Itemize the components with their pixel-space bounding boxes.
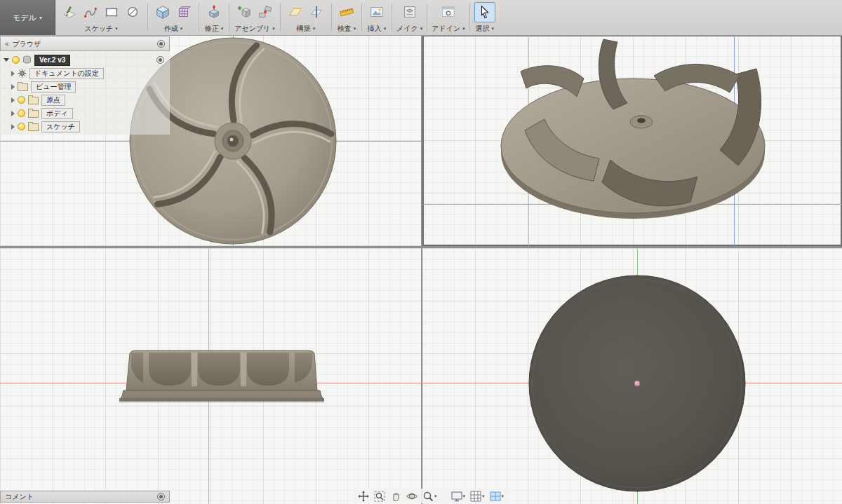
addins-tools xyxy=(438,1,459,22)
pattern-button[interactable] xyxy=(173,2,194,22)
expand-arrow-icon[interactable] xyxy=(11,71,15,76)
expand-comments-icon[interactable] xyxy=(157,493,165,500)
addin-window-icon xyxy=(441,4,456,20)
inspect-menu-button[interactable]: 検査 xyxy=(338,24,356,34)
circle-icon xyxy=(125,4,140,20)
axis-icon xyxy=(309,4,324,20)
visibility-bulb-icon[interactable] xyxy=(18,123,25,130)
viewport-top-right-active[interactable] xyxy=(422,35,842,246)
construction-axis-button[interactable] xyxy=(306,2,327,22)
visibility-bulb-icon[interactable] xyxy=(18,109,25,117)
select-tools xyxy=(474,1,495,22)
make-menu-button[interactable]: メイク xyxy=(396,24,422,34)
create-tools xyxy=(152,1,194,22)
impeller-bottom-view xyxy=(422,248,842,504)
monitor-icon xyxy=(451,491,462,502)
workspace-menu-label: モデル xyxy=(13,13,36,23)
zoom-window-button[interactable] xyxy=(373,490,387,503)
addins-menu-button[interactable]: アドイン xyxy=(432,24,465,34)
visibility-bulb-icon[interactable] xyxy=(12,56,20,64)
printer-box-icon xyxy=(402,4,417,20)
tree-item-view-management[interactable]: ビュー管理 xyxy=(0,80,170,93)
visibility-bulb-icon[interactable] xyxy=(18,96,25,104)
tree-item-label: ドキュメントの設定 xyxy=(29,68,104,79)
select-tool-button[interactable] xyxy=(474,2,495,22)
expand-arrow-icon[interactable] xyxy=(11,84,15,90)
expand-arrow-icon[interactable] xyxy=(11,124,15,130)
zoom-button[interactable]: ▾ xyxy=(421,490,439,503)
create-sketch-button[interactable] xyxy=(59,2,80,22)
tree-item-sketches[interactable]: スケッチ xyxy=(0,120,170,133)
image-icon xyxy=(369,4,385,20)
addins-button[interactable] xyxy=(438,2,459,22)
workspace-menu-button[interactable]: モデル ▾ xyxy=(0,0,55,35)
insert-canvas-button[interactable] xyxy=(366,2,387,22)
expand-arrow-icon[interactable] xyxy=(11,97,15,103)
toolbar-group-modify: 修正 xyxy=(200,0,228,35)
toolbar-group-construct: 構築 xyxy=(281,0,330,35)
impeller-hub xyxy=(215,123,251,159)
construction-plane-button[interactable] xyxy=(285,2,306,22)
toolbar-divider xyxy=(199,4,199,32)
toolbar-group-inspect: 検査 xyxy=(333,0,361,35)
press-pull-button[interactable] xyxy=(203,2,225,22)
viewport-bottom-right[interactable] xyxy=(422,248,842,504)
sketch-menu-button[interactable]: スケッチ xyxy=(84,24,117,34)
measure-button[interactable] xyxy=(336,2,357,22)
browser-panel: « ブラウザ Ver.2 v3 ドキュメントの設定 ビュー管理 原点 xyxy=(0,36,170,135)
comment-panel-label: コメント xyxy=(5,492,154,502)
make-tools xyxy=(399,1,420,22)
tree-item-label: 原点 xyxy=(41,95,65,106)
multi-viewport-icon xyxy=(490,491,501,502)
collapse-panel-icon[interactable]: « xyxy=(5,41,9,48)
toolbar-divider xyxy=(427,4,427,32)
cursor-icon xyxy=(477,4,493,20)
panel-options-icon[interactable] xyxy=(157,40,165,48)
spline-tool-button[interactable] xyxy=(80,2,101,22)
make-button[interactable] xyxy=(399,2,420,22)
pan-hand-button[interactable] xyxy=(389,490,403,503)
viewport-layout-button[interactable]: ▾ xyxy=(488,490,506,503)
comment-panel[interactable]: コメント xyxy=(0,491,170,503)
hand-icon xyxy=(390,491,401,502)
joint-button[interactable] xyxy=(255,2,276,22)
toolbar-group-insert: 挿入 xyxy=(363,0,391,35)
toolbar-group-select: 選択 xyxy=(471,0,499,35)
expand-arrow-icon[interactable] xyxy=(4,58,9,62)
tree-item-root[interactable]: Ver.2 v3 xyxy=(0,53,170,67)
primitive-box-button[interactable] xyxy=(152,2,173,22)
insert-menu-button[interactable]: 挿入 xyxy=(368,24,387,34)
box-icon xyxy=(155,4,171,20)
browser-tree: Ver.2 v3 ドキュメントの設定 ビュー管理 原点 ボディ xyxy=(0,51,170,135)
grid-snaps-button[interactable]: ▾ xyxy=(469,490,486,503)
select-menu-button[interactable]: 選択 xyxy=(475,24,494,34)
orbit-button[interactable] xyxy=(405,490,419,503)
toolbar-divider xyxy=(361,4,362,32)
circle-tool-button[interactable] xyxy=(122,2,143,22)
viewport-bottom-left[interactable] xyxy=(0,248,421,504)
navigation-bar: ▾ ▾ ▾ ▾ xyxy=(353,489,509,503)
tree-item-bodies[interactable]: ボディ xyxy=(0,107,170,120)
assembly-menu-button[interactable]: アセンブリ xyxy=(234,24,275,34)
tree-item-label: Ver.2 v3 xyxy=(34,55,70,66)
toolbar-group-make: メイク xyxy=(393,0,426,35)
component-icon xyxy=(22,55,32,64)
orbit-icon xyxy=(406,491,417,502)
expand-arrow-icon[interactable] xyxy=(11,111,15,116)
activate-component-radio[interactable] xyxy=(156,56,164,64)
rectangle-tool-button[interactable] xyxy=(101,2,122,22)
display-settings-button[interactable]: ▾ xyxy=(450,490,467,503)
modify-menu-button[interactable]: 修正 xyxy=(205,24,224,34)
folder-icon xyxy=(28,97,39,104)
create-menu-button[interactable]: 作成 xyxy=(164,24,183,34)
spline-icon xyxy=(83,4,98,20)
construct-menu-button[interactable]: 構築 xyxy=(297,24,316,34)
new-component-icon xyxy=(236,4,252,20)
new-component-button[interactable] xyxy=(234,2,255,22)
construct-tools xyxy=(285,1,327,22)
tree-item-origin[interactable]: 原点 xyxy=(0,93,170,107)
toolbar-divider xyxy=(469,4,470,32)
zoom-window-icon xyxy=(374,491,385,502)
pan-button[interactable] xyxy=(356,490,370,503)
tree-item-document-settings[interactable]: ドキュメントの設定 xyxy=(0,67,170,80)
